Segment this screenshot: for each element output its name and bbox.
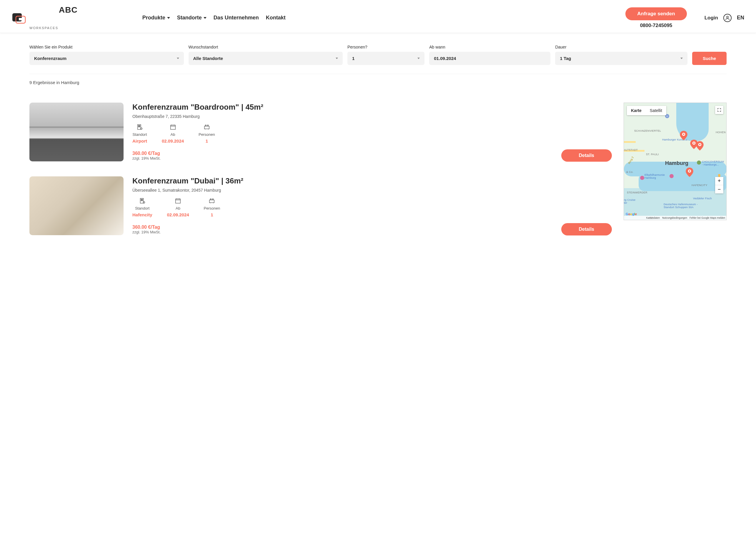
meta-persons-label: Personen <box>199 132 215 137</box>
meta-from-value: 02.09.2024 <box>162 138 184 143</box>
listing-footer: 360.00 €/Tag zzgl. 19% MwSt. Details <box>132 149 612 162</box>
map-district-label: HAFENCITY <box>691 184 708 187</box>
listing-item: Konferenzraum "Boardroom" | 45m² Obenhau… <box>30 102 612 162</box>
header-account: Login EN <box>705 14 744 22</box>
map-attribution: Kartendaten Nutzungsbedingungen Fehler b… <box>624 216 726 220</box>
nav-contact[interactable]: Kontakt <box>266 15 286 21</box>
inquiry-button[interactable]: Anfrage senden <box>625 7 686 20</box>
map-type-switcher: Karte Satellit <box>627 106 666 115</box>
svg-rect-2 <box>138 126 139 126</box>
map-poi-label: rg Cruise ter <box>624 199 639 204</box>
nav-products[interactable]: Produkte <box>143 15 170 21</box>
user-icon[interactable] <box>723 14 731 22</box>
nav-company-label: Das Unternehmen <box>213 15 259 21</box>
map-attrib-data[interactable]: Kartendaten <box>646 216 660 219</box>
listing-image[interactable] <box>30 102 124 161</box>
date-label: Ab wann <box>429 45 550 49</box>
persons-select[interactable]: 1 <box>347 52 425 65</box>
map-poi-label: Elbphilharmonie Hamburg <box>644 173 668 179</box>
listing-price: 360.00 €/Tag <box>132 224 161 230</box>
map-tab-map[interactable]: Karte <box>627 106 646 115</box>
date-input[interactable]: 01.09.2024 <box>429 52 550 65</box>
search-row: Wählen Sie ein Produkt Konferenzraum Wun… <box>30 45 726 65</box>
nav-locations-label: Standorte <box>177 15 202 21</box>
chevron-down-icon <box>335 58 338 59</box>
search-section: Wählen Sie ein Produkt Konferenzraum Wun… <box>0 33 756 102</box>
map-district-label: & Co. <box>626 171 633 173</box>
listing-price: 360.00 €/Tag <box>132 151 161 156</box>
product-select[interactable]: Konferenzraum <box>30 52 184 65</box>
map-marker-icon[interactable] <box>680 131 687 138</box>
calendar-icon <box>169 124 176 130</box>
listing-content: Konferenzraum "Dubai" | 36m² Überseealle… <box>132 176 612 236</box>
map-zoom-in-button[interactable]: + <box>715 177 723 185</box>
svg-rect-16 <box>140 199 143 204</box>
listing-address: Überseeallee 1, Sumatrakontor, 20457 Ham… <box>132 188 612 193</box>
svg-point-36 <box>718 174 720 176</box>
listing-image[interactable] <box>30 176 124 235</box>
nav-products-label: Produkte <box>143 15 165 21</box>
meta-persons-value: 1 <box>211 212 213 217</box>
map-poi-icon <box>697 161 701 165</box>
map-panel[interactable]: SCHLUMP SCHANZENVIERTEL ALTSTADT ST. PAU… <box>624 102 726 220</box>
nav-company[interactable]: Das Unternehmen <box>213 15 259 21</box>
map-tab-satellite[interactable]: Satellit <box>646 106 666 115</box>
map-district-label: SCHANZENVIERTEL <box>634 129 661 132</box>
meta-location-label: Standort <box>132 132 147 137</box>
map-attrib-report[interactable]: Fehler bei Google Maps melden <box>689 216 725 219</box>
svg-rect-11 <box>204 126 209 129</box>
svg-rect-17 <box>141 199 142 200</box>
logo[interactable]: ABC WORKSPACES <box>12 6 107 30</box>
details-button[interactable]: Details <box>561 223 612 236</box>
location-label: Wunschstandort <box>189 45 343 49</box>
svg-point-28 <box>212 199 213 200</box>
map-district-label: HOHEN <box>716 131 726 134</box>
language-toggle[interactable]: EN <box>737 15 744 21</box>
map-zoom-out-button[interactable]: − <box>715 185 723 194</box>
map-marker-icon[interactable] <box>686 168 693 175</box>
meta-from-value: 02.09.2024 <box>167 212 189 217</box>
svg-rect-22 <box>175 199 181 204</box>
meta-from-label: Ab <box>175 206 180 210</box>
login-link[interactable]: Login <box>705 15 718 21</box>
svg-rect-5 <box>140 126 140 127</box>
svg-rect-4 <box>138 126 139 127</box>
svg-point-13 <box>207 125 208 126</box>
chevron-down-icon <box>204 17 206 19</box>
meta-location-label: Standort <box>135 206 150 210</box>
brand-sub: WORKSPACES <box>30 27 58 30</box>
map-poi-icon <box>670 174 674 178</box>
meta-from-label: Ab <box>171 132 175 137</box>
location-value: Alle Standorte <box>193 56 223 61</box>
map-fullscreen-button[interactable] <box>715 106 723 114</box>
svg-rect-26 <box>209 200 214 203</box>
search-button[interactable]: Suche <box>692 52 726 65</box>
persons-value: 1 <box>352 56 354 61</box>
location-select[interactable]: Alle Standorte <box>189 52 343 65</box>
listing-footer: 360.00 €/Tag zzgl. 19% MwSt. Details <box>132 223 612 236</box>
listings: Konferenzraum "Boardroom" | 45m² Obenhau… <box>30 102 612 236</box>
map-zoom-controls: + − <box>715 177 723 194</box>
chevron-down-icon <box>167 17 170 19</box>
map-city-label: Hamburg <box>665 160 688 166</box>
map-marker-icon[interactable] <box>696 141 703 148</box>
svg-rect-19 <box>141 201 142 201</box>
product-label: Wählen Sie ein Produkt <box>30 45 184 49</box>
building-icon <box>136 124 143 130</box>
duration-label: Dauer <box>555 45 687 49</box>
meta-location-value: Hafencity <box>132 212 152 217</box>
logo-text: ABC WORKSPACES <box>30 6 107 30</box>
map-poi-label: Veddeler Fisch <box>693 197 712 200</box>
map-attrib-terms[interactable]: Nutzungsbedingungen <box>662 216 687 219</box>
meta-persons-label: Personen <box>204 206 220 210</box>
phone-number: 0800-7245095 <box>640 23 672 29</box>
svg-rect-1 <box>138 125 141 130</box>
map-canvas[interactable]: SCHLUMP SCHANZENVIERTEL ALTSTADT ST. PAU… <box>624 103 726 220</box>
duration-select[interactable]: 1 Tag <box>555 52 687 65</box>
nav-contact-label: Kontakt <box>266 15 286 21</box>
map-poi-icon <box>640 176 644 180</box>
details-button[interactable]: Details <box>561 149 612 162</box>
chevron-down-icon <box>417 58 420 59</box>
meta-location-value: Airport <box>132 138 147 143</box>
nav-locations[interactable]: Standorte <box>177 15 206 21</box>
